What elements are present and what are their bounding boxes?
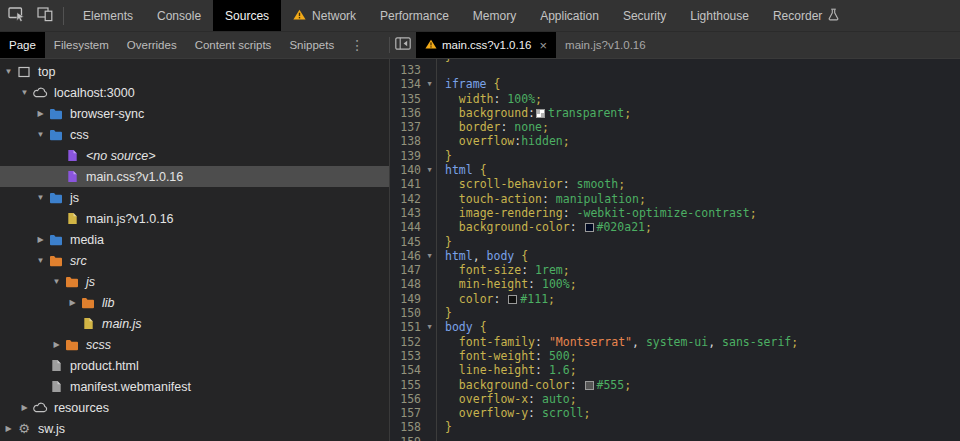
chevron-right-icon[interactable]: ▶ (66, 298, 79, 307)
color-swatch[interactable] (508, 295, 517, 304)
line-number[interactable]: 143 (390, 206, 423, 220)
code-text[interactable]: border: none; (437, 120, 549, 134)
tree-item-main-css-v1-0-16[interactable]: main.css?v1.0.16 (0, 166, 389, 187)
code-text[interactable]: font-family: "Montserrat", system-ui, sa… (437, 335, 798, 349)
tree-item-scss[interactable]: ▶scss (0, 334, 389, 355)
color-swatch[interactable] (585, 381, 594, 390)
tree-item-top[interactable]: ▼top (0, 61, 389, 82)
chevron-right-icon[interactable]: ▶ (18, 403, 31, 412)
color-swatch[interactable] (536, 109, 545, 118)
line-number[interactable]: 159 (390, 435, 423, 441)
fold-marker-icon[interactable]: ▼ (423, 77, 436, 91)
tree-item-media[interactable]: ▶media (0, 229, 389, 250)
chevron-right-icon[interactable]: ▶ (50, 340, 63, 349)
inspect-element-button[interactable] (3, 3, 31, 29)
code-text[interactable]: line-height: 1.6; (437, 363, 577, 377)
line-number[interactable]: 135 (390, 92, 423, 106)
tab-application[interactable]: Application (528, 0, 611, 31)
line-number[interactable]: 140 (390, 163, 423, 177)
code-text[interactable]: background:transparent; (437, 106, 631, 120)
code-text[interactable]: overflow-y: scroll; (437, 406, 590, 420)
line-number[interactable]: 155 (390, 378, 423, 392)
code-text[interactable]: } (437, 306, 452, 320)
code-text[interactable]: } (437, 235, 452, 249)
tab-security[interactable]: Security (611, 0, 678, 31)
code-text[interactable]: width: 100%; (437, 92, 542, 106)
file-tab-main-js-v1-0-16[interactable]: main.js?v1.0.16 (556, 32, 655, 58)
tree-item-manifest-webmanifest[interactable]: manifest.webmanifest (0, 376, 389, 397)
line-number[interactable]: 158 (390, 420, 423, 434)
line-number[interactable]: 149 (390, 292, 423, 306)
more-tabs-button[interactable]: ⋮ (343, 32, 371, 58)
tree-item-lib[interactable]: ▶lib (0, 292, 389, 313)
line-number[interactable]: 157 (390, 406, 423, 420)
tab-page[interactable]: Page (0, 32, 45, 58)
line-number[interactable]: 138 (390, 134, 423, 148)
tree-item-no-source[interactable]: <no source> (0, 145, 389, 166)
code-text[interactable]: } (437, 420, 452, 434)
tab-recorder[interactable]: Recorder (761, 0, 851, 31)
code-text[interactable] (437, 435, 445, 441)
line-number[interactable]: 137 (390, 120, 423, 134)
chevron-down-icon[interactable]: ▼ (34, 130, 47, 139)
code-text[interactable]: overflow:hidden; (437, 134, 570, 148)
code-editor[interactable]: }133134▼iframe {135 width: 100%;136 back… (390, 59, 960, 441)
tree-item-browser-sync[interactable]: ▶browser-sync (0, 103, 389, 124)
code-text[interactable]: background-color: #020a21; (437, 220, 652, 234)
line-number[interactable]: 151 (390, 320, 423, 334)
tab-performance[interactable]: Performance (368, 0, 461, 31)
tab-content-scripts[interactable]: Content scripts (186, 32, 281, 58)
tree-item-css[interactable]: ▼css (0, 124, 389, 145)
line-number[interactable]: 148 (390, 277, 423, 291)
fold-marker-icon[interactable]: ▼ (423, 320, 436, 334)
tree-item-resources[interactable]: ▶resources (0, 397, 389, 418)
code-text[interactable]: touch-action: manipulation; (437, 192, 646, 206)
line-number[interactable]: 154 (390, 363, 423, 377)
line-number[interactable]: 147 (390, 263, 423, 277)
chevron-down-icon[interactable]: ▼ (2, 67, 15, 76)
tree-item-js[interactable]: ▼js (0, 271, 389, 292)
line-number[interactable]: 134 (390, 77, 423, 91)
chevron-right-icon[interactable]: ▶ (34, 235, 47, 244)
tab-lighthouse[interactable]: Lighthouse (678, 0, 761, 31)
tab-elements[interactable]: Elements (71, 0, 145, 31)
color-swatch[interactable] (585, 223, 594, 232)
line-number[interactable]: 141 (390, 177, 423, 191)
tab-sources[interactable]: Sources (213, 0, 281, 31)
tree-item-sw-js[interactable]: ▶⚙sw.js (0, 418, 389, 439)
code-text[interactable]: html { (437, 163, 487, 177)
code-text[interactable]: scroll-behavior: smooth; (437, 177, 625, 191)
code-text[interactable]: min-height: 100%; (437, 277, 577, 291)
line-number[interactable]: 136 (390, 106, 423, 120)
tree-item-product-html[interactable]: product.html (0, 355, 389, 376)
tree-item-main-js-v1-0-16[interactable]: main.js?v1.0.16 (0, 208, 389, 229)
line-number[interactable]: 146 (390, 249, 423, 263)
code-text[interactable]: font-weight: 500; (437, 349, 577, 363)
tree-item-src[interactable]: ▼src (0, 250, 389, 271)
line-number[interactable]: 150 (390, 306, 423, 320)
tab-snippets[interactable]: Snippets (280, 32, 343, 58)
chevron-down-icon[interactable]: ▼ (50, 277, 63, 286)
code-text[interactable]: iframe { (437, 77, 500, 91)
code-text[interactable]: overflow-x: auto; (437, 392, 577, 406)
tab-filesystem[interactable]: Filesystem (45, 32, 118, 58)
code-text[interactable]: } (437, 149, 452, 163)
code-text[interactable]: html, body { (437, 249, 528, 263)
line-number[interactable]: 142 (390, 192, 423, 206)
tree-item-js[interactable]: ▼js (0, 187, 389, 208)
close-icon[interactable]: × (540, 39, 548, 52)
tab-network[interactable]: Network (281, 0, 368, 31)
chevron-right-icon[interactable]: ▶ (2, 424, 15, 433)
code-text[interactable]: color: #111; (437, 292, 555, 306)
tree-item-localhost-3000[interactable]: ▼localhost:3000 (0, 82, 389, 103)
line-number[interactable]: 133 (390, 63, 423, 77)
file-tab-main-css-v1-0-16[interactable]: main.css?v1.0.16× (416, 32, 556, 58)
code-text[interactable]: body { (437, 320, 487, 334)
code-text[interactable]: font-size: 1rem; (437, 263, 570, 277)
line-number[interactable]: 144 (390, 220, 423, 234)
tab-memory[interactable]: Memory (461, 0, 528, 31)
code-text[interactable]: background-color: #555; (437, 378, 631, 392)
line-number[interactable]: 139 (390, 149, 423, 163)
line-number[interactable]: 153 (390, 349, 423, 363)
chevron-down-icon[interactable]: ▼ (34, 256, 47, 265)
